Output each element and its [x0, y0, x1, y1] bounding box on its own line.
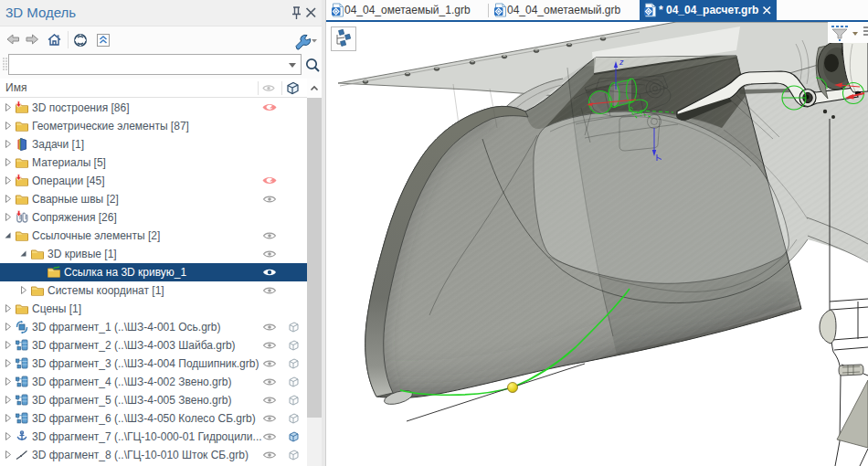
svg-text:z: z: [619, 58, 624, 67]
